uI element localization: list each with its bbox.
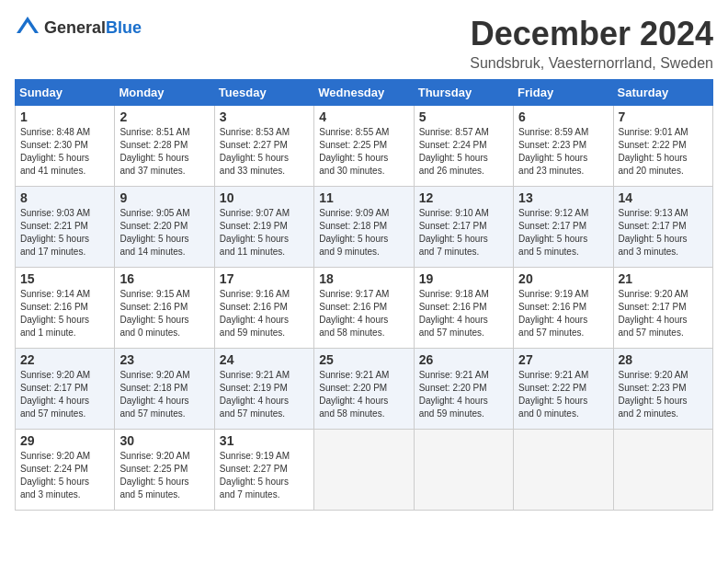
day-number: 11 [319,190,408,205]
calendar-day-cell: 4Sunrise: 8:55 AM Sunset: 2:25 PM Daylig… [314,106,414,187]
day-number: 23 [119,352,209,367]
calendar-day-cell: 21Sunrise: 9:20 AM Sunset: 2:17 PM Dayli… [613,268,712,349]
day-info: Sunrise: 9:01 AM Sunset: 2:22 PM Dayligh… [619,126,708,178]
calendar-day-cell: 17Sunrise: 9:16 AM Sunset: 2:16 PM Dayli… [214,268,313,349]
day-info: Sunrise: 9:09 AM Sunset: 2:18 PM Dayligh… [319,207,408,259]
month-title: December 2024 [470,15,713,53]
calendar-header-row: SundayMondayTuesdayWednesdayThursdayFrid… [16,80,713,106]
day-info: Sunrise: 9:07 AM Sunset: 2:19 PM Dayligh… [220,207,309,259]
calendar-day-cell: 13Sunrise: 9:12 AM Sunset: 2:17 PM Dayli… [514,187,613,268]
day-info: Sunrise: 9:20 AM Sunset: 2:24 PM Dayligh… [20,450,109,501]
day-info: Sunrise: 9:21 AM Sunset: 2:19 PM Dayligh… [220,369,309,420]
calendar-day-cell: 11Sunrise: 9:09 AM Sunset: 2:18 PM Dayli… [314,187,414,268]
calendar-day-cell: 8Sunrise: 9:03 AM Sunset: 2:21 PM Daylig… [16,187,115,268]
calendar-day-cell: 30Sunrise: 9:20 AM Sunset: 2:25 PM Dayli… [115,430,214,511]
calendar-day-cell: 10Sunrise: 9:07 AM Sunset: 2:19 PM Dayli… [214,187,313,268]
page-header: GeneralBlue December 2024 Sundsbruk, Vae… [15,15,713,72]
day-number: 25 [319,352,408,367]
day-number: 12 [419,190,508,205]
day-info: Sunrise: 9:16 AM Sunset: 2:16 PM Dayligh… [220,288,309,339]
day-info: Sunrise: 9:19 AM Sunset: 2:16 PM Dayligh… [518,288,608,339]
day-number: 18 [319,271,408,286]
calendar-week-row: 29Sunrise: 9:20 AM Sunset: 2:24 PM Dayli… [16,430,713,511]
calendar-day-cell: 24Sunrise: 9:21 AM Sunset: 2:19 PM Dayli… [214,349,313,430]
day-number: 16 [119,271,209,286]
day-number: 22 [20,352,109,367]
weekday-header-monday: Monday [115,80,214,106]
weekday-header-sunday: Sunday [16,80,115,106]
day-number: 30 [119,433,209,448]
weekday-header-wednesday: Wednesday [314,80,414,106]
day-info: Sunrise: 8:57 AM Sunset: 2:24 PM Dayligh… [419,126,508,178]
day-number: 5 [419,109,508,124]
day-number: 29 [20,433,109,448]
day-info: Sunrise: 9:20 AM Sunset: 2:23 PM Dayligh… [619,369,708,420]
day-info: Sunrise: 9:05 AM Sunset: 2:20 PM Dayligh… [119,207,209,259]
calendar-day-cell: 7Sunrise: 9:01 AM Sunset: 2:22 PM Daylig… [613,106,712,187]
calendar-day-cell: 19Sunrise: 9:18 AM Sunset: 2:16 PM Dayli… [414,268,513,349]
calendar-week-row: 15Sunrise: 9:14 AM Sunset: 2:16 PM Dayli… [16,268,713,349]
day-info: Sunrise: 9:21 AM Sunset: 2:22 PM Dayligh… [518,369,608,420]
calendar-week-row: 22Sunrise: 9:20 AM Sunset: 2:17 PM Dayli… [16,349,713,430]
logo-text-general: General [44,18,106,37]
calendar-day-cell [514,430,613,511]
calendar-table: SundayMondayTuesdayWednesdayThursdayFrid… [15,79,713,511]
day-number: 24 [220,352,309,367]
calendar-day-cell: 31Sunrise: 9:19 AM Sunset: 2:27 PM Dayli… [214,430,313,511]
day-number: 15 [20,271,109,286]
logo-icon [15,15,40,40]
day-info: Sunrise: 9:10 AM Sunset: 2:17 PM Dayligh… [419,207,508,259]
day-info: Sunrise: 9:14 AM Sunset: 2:16 PM Dayligh… [20,288,109,339]
day-info: Sunrise: 8:55 AM Sunset: 2:25 PM Dayligh… [319,126,408,178]
calendar-day-cell: 23Sunrise: 9:20 AM Sunset: 2:18 PM Dayli… [115,349,214,430]
day-info: Sunrise: 8:51 AM Sunset: 2:28 PM Dayligh… [119,126,209,178]
calendar-day-cell [414,430,513,511]
calendar-day-cell [314,430,414,511]
day-info: Sunrise: 8:48 AM Sunset: 2:30 PM Dayligh… [20,126,109,178]
day-number: 13 [518,190,608,205]
calendar-day-cell: 27Sunrise: 9:21 AM Sunset: 2:22 PM Dayli… [514,349,613,430]
day-info: Sunrise: 9:13 AM Sunset: 2:17 PM Dayligh… [619,207,708,259]
day-info: Sunrise: 8:53 AM Sunset: 2:27 PM Dayligh… [220,126,309,178]
day-number: 4 [319,109,408,124]
calendar-day-cell: 6Sunrise: 8:59 AM Sunset: 2:23 PM Daylig… [514,106,613,187]
weekday-header-tuesday: Tuesday [214,80,313,106]
calendar-day-cell: 14Sunrise: 9:13 AM Sunset: 2:17 PM Dayli… [613,187,712,268]
calendar-week-row: 1Sunrise: 8:48 AM Sunset: 2:30 PM Daylig… [16,106,713,187]
logo: GeneralBlue [15,15,142,40]
calendar-day-cell: 5Sunrise: 8:57 AM Sunset: 2:24 PM Daylig… [414,106,513,187]
day-number: 10 [220,190,309,205]
day-number: 21 [619,271,708,286]
calendar-day-cell: 29Sunrise: 9:20 AM Sunset: 2:24 PM Dayli… [16,430,115,511]
calendar-day-cell: 28Sunrise: 9:20 AM Sunset: 2:23 PM Dayli… [613,349,712,430]
day-number: 7 [619,109,708,124]
logo-text-blue: Blue [106,18,142,37]
day-number: 28 [619,352,708,367]
calendar-day-cell: 16Sunrise: 9:15 AM Sunset: 2:16 PM Dayli… [115,268,214,349]
title-area: December 2024 Sundsbruk, Vaesternorrland… [470,15,713,72]
day-number: 20 [518,271,608,286]
day-info: Sunrise: 9:21 AM Sunset: 2:20 PM Dayligh… [419,369,508,420]
calendar-day-cell [613,430,712,511]
calendar-day-cell: 22Sunrise: 9:20 AM Sunset: 2:17 PM Dayli… [16,349,115,430]
weekday-header-saturday: Saturday [613,80,712,106]
day-number: 14 [619,190,708,205]
day-info: Sunrise: 9:20 AM Sunset: 2:17 PM Dayligh… [619,288,708,339]
day-number: 9 [119,190,209,205]
day-info: Sunrise: 9:20 AM Sunset: 2:17 PM Dayligh… [20,369,109,420]
calendar-day-cell: 2Sunrise: 8:51 AM Sunset: 2:28 PM Daylig… [115,106,214,187]
weekday-header-thursday: Thursday [414,80,513,106]
calendar-day-cell: 3Sunrise: 8:53 AM Sunset: 2:27 PM Daylig… [214,106,313,187]
calendar-day-cell: 15Sunrise: 9:14 AM Sunset: 2:16 PM Dayli… [16,268,115,349]
calendar-day-cell: 18Sunrise: 9:17 AM Sunset: 2:16 PM Dayli… [314,268,414,349]
calendar-day-cell: 26Sunrise: 9:21 AM Sunset: 2:20 PM Dayli… [414,349,513,430]
day-info: Sunrise: 9:21 AM Sunset: 2:20 PM Dayligh… [319,369,408,420]
day-info: Sunrise: 9:12 AM Sunset: 2:17 PM Dayligh… [518,207,608,259]
day-info: Sunrise: 9:19 AM Sunset: 2:27 PM Dayligh… [220,450,309,501]
location-title: Sundsbruk, Vaesternorrland, Sweden [470,55,713,72]
day-number: 3 [220,109,309,124]
day-number: 27 [518,352,608,367]
day-number: 26 [419,352,508,367]
day-info: Sunrise: 9:18 AM Sunset: 2:16 PM Dayligh… [419,288,508,339]
day-number: 2 [119,109,209,124]
